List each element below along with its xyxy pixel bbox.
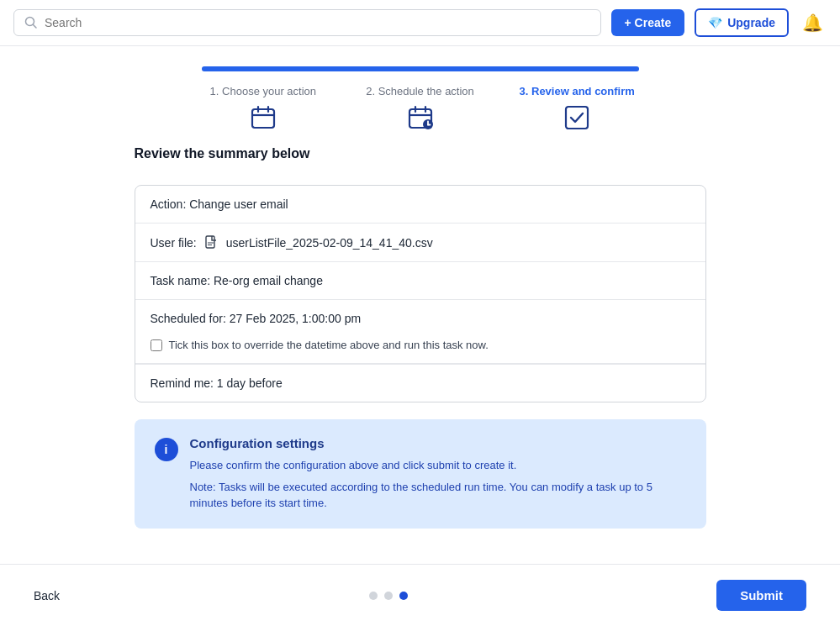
info-box: i Configuration settings Please confirm …: [135, 419, 706, 529]
step-3-label: 3. Review and confirm: [520, 85, 635, 97]
submit-button[interactable]: Submit: [716, 580, 806, 611]
info-icon: i: [155, 438, 178, 461]
header: + Create 💎 Upgrade 🔔: [0, 0, 840, 46]
action-row: Action: Change user email: [135, 186, 705, 224]
back-button[interactable]: Back: [34, 589, 60, 602]
info-line1: Please confirm the configuration above a…: [190, 457, 686, 474]
main-content: 1. Choose your action 2. Schedule the ac…: [0, 46, 840, 596]
progress-bar-fill: [202, 66, 639, 71]
info-line2: Note: Tasks will be executed according t…: [190, 479, 686, 512]
step-2-label: 2. Schedule the action: [366, 85, 474, 97]
svg-rect-2: [252, 109, 274, 128]
info-title: Configuration settings: [190, 436, 686, 450]
summary-title: Review the summary below: [135, 146, 706, 161]
create-button[interactable]: + Create: [611, 9, 685, 36]
step-3: 3. Review and confirm: [499, 85, 656, 133]
dot-3: [399, 592, 408, 600]
step-3-icon: [562, 103, 592, 133]
svg-rect-13: [566, 107, 588, 129]
bottom-bar: Back Submit: [0, 564, 840, 626]
search-input[interactable]: [45, 16, 590, 29]
svg-rect-14: [206, 236, 214, 248]
step-2-icon: [405, 103, 436, 133]
step-1: 1. Choose your action: [185, 85, 342, 133]
svg-line-1: [34, 25, 37, 29]
info-content: Configuration settings Please confirm th…: [190, 436, 686, 512]
step-2: 2. Schedule the action: [341, 85, 499, 133]
taskname-row: Task name: Re-org email change: [135, 262, 705, 300]
progress-bar: [202, 66, 639, 71]
search-bar[interactable]: [13, 9, 601, 36]
summary-card: Action: Change user email User file: use…: [135, 185, 706, 402]
upgrade-button[interactable]: 💎 Upgrade: [695, 8, 789, 37]
search-icon: [24, 16, 38, 29]
override-checkbox-row: Tick this box to override the datetime a…: [135, 330, 705, 364]
step-1-label: 1. Choose your action: [210, 85, 316, 97]
userfile-row: User file: userListFile_2025-02-09_14_41…: [135, 224, 705, 262]
dot-1: [369, 592, 378, 600]
step-dots: [369, 592, 408, 600]
override-checkbox[interactable]: [151, 339, 162, 351]
diamond-icon: 💎: [708, 16, 722, 29]
file-icon: [205, 235, 218, 250]
steps-container: 1. Choose your action 2. Schedule the ac…: [185, 85, 656, 133]
scheduled-row: Scheduled for: 27 Feb 2025, 1:00:00 pm: [135, 300, 705, 330]
bell-icon: 🔔: [802, 13, 823, 32]
dot-2: [384, 592, 393, 600]
notifications-button[interactable]: 🔔: [799, 9, 827, 36]
remind-row: Remind me: 1 day before: [135, 365, 705, 402]
step-1-icon: [248, 103, 278, 133]
